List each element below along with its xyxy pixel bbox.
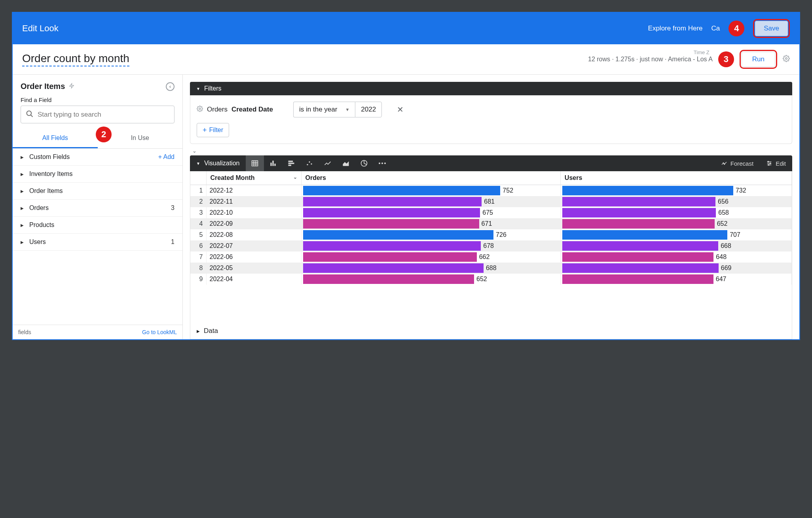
search-input[interactable] xyxy=(38,111,169,119)
bar-value: 658 xyxy=(718,209,729,216)
add-custom-field-link[interactable]: + Add xyxy=(158,153,175,161)
svg-point-0 xyxy=(785,57,787,59)
cell-orders: 675 xyxy=(301,207,560,218)
cell-created-month: 2022-07 xyxy=(206,240,301,251)
go-to-lookml-link[interactable]: Go to LookML xyxy=(142,329,177,335)
col-rownum xyxy=(190,171,206,185)
filter-field-name: Created Date xyxy=(231,106,273,113)
col-orders[interactable]: Orders xyxy=(301,171,560,185)
gear-icon[interactable] xyxy=(783,55,790,64)
query-status-text: Time Z 12 rows · 1.275s · just now · Ame… xyxy=(588,56,713,63)
expand-icon[interactable]: ⌄ xyxy=(192,148,799,154)
svg-point-16 xyxy=(307,164,308,165)
bar-value: 688 xyxy=(486,265,497,272)
fields-footer-label: fields xyxy=(18,329,31,335)
svg-point-2 xyxy=(27,111,32,116)
field-group-label: Custom Fields xyxy=(29,153,158,161)
bar-value: 681 xyxy=(484,198,495,205)
col-users[interactable]: Users xyxy=(560,171,791,185)
table-row: 52022-08726707 xyxy=(190,229,792,240)
field-group-row[interactable]: ▶Orders3 xyxy=(13,200,182,217)
field-group-row[interactable]: ▶Products xyxy=(13,217,182,234)
viz-type-more-icon[interactable] xyxy=(373,155,391,171)
svg-point-29 xyxy=(768,161,769,163)
save-button[interactable]: Save xyxy=(755,21,788,36)
cell-created-month: 2022-09 xyxy=(206,218,301,229)
visualization-toggle[interactable]: ▼ Visualization xyxy=(190,156,246,171)
viz-type-column-icon[interactable] xyxy=(264,155,282,171)
bar-value: 652 xyxy=(476,276,487,283)
svg-marker-1 xyxy=(70,83,74,88)
viz-type-table-icon[interactable] xyxy=(246,155,264,171)
caret-right-icon: ▶ xyxy=(197,329,200,333)
col-created-month[interactable]: Created Month⌄ xyxy=(206,171,301,185)
annotation-badge-2: 2 xyxy=(96,127,112,142)
field-group-label: Inventory Items xyxy=(29,170,175,178)
cell-orders: 652 xyxy=(301,274,560,285)
bar-fill xyxy=(562,186,733,195)
field-group-row[interactable]: ▶Users1 xyxy=(13,234,182,251)
cell-orders: 688 xyxy=(301,263,560,274)
field-group-row[interactable]: ▶Inventory Items xyxy=(13,166,182,183)
timezone-label: Time Z xyxy=(694,49,710,55)
svg-line-3 xyxy=(31,115,33,117)
bar-value: 726 xyxy=(496,231,507,238)
field-group-row[interactable]: ▶Custom Fields+ Add xyxy=(13,149,182,166)
look-title-input[interactable]: Order count by month xyxy=(22,52,129,66)
row-number: 8 xyxy=(190,263,206,274)
svg-point-30 xyxy=(770,163,771,164)
bar-value: 668 xyxy=(721,242,731,250)
field-group-row[interactable]: ▶Order Items xyxy=(13,183,182,200)
viz-type-scatter-icon[interactable] xyxy=(300,155,319,171)
svg-rect-14 xyxy=(288,163,294,164)
table-row: 62022-07678668 xyxy=(190,240,792,251)
explore-from-here-link[interactable]: Explore from Here xyxy=(648,25,703,32)
gear-icon[interactable] xyxy=(197,106,203,114)
remove-filter-icon[interactable]: ✕ xyxy=(397,105,404,114)
bar-fill xyxy=(303,252,477,262)
cell-users: 647 xyxy=(560,274,791,285)
plus-icon: + xyxy=(203,127,207,133)
filter-operator-select[interactable]: is in the year ▼ xyxy=(293,102,355,117)
run-button[interactable]: Run xyxy=(742,52,775,67)
cell-users: 732 xyxy=(560,185,791,197)
cell-orders: 752 xyxy=(301,185,560,197)
viz-type-bar-icon[interactable] xyxy=(282,155,300,171)
cancel-link[interactable]: Ca xyxy=(711,25,720,32)
viz-type-line-icon[interactable] xyxy=(319,155,337,171)
filters-panel-header[interactable]: ▼ Filters xyxy=(190,82,792,95)
row-number: 2 xyxy=(190,196,206,207)
bar-value: 648 xyxy=(716,253,727,261)
bar-fill xyxy=(303,219,479,229)
forecast-button[interactable]: Forecast xyxy=(715,156,760,171)
search-field-box[interactable] xyxy=(21,106,175,123)
caret-right-icon: ▶ xyxy=(21,155,24,159)
svg-marker-19 xyxy=(343,161,349,166)
field-group-label: Order Items xyxy=(29,187,175,195)
field-group-label: Orders xyxy=(29,204,171,212)
data-panel-header[interactable]: ▶ Data xyxy=(190,323,792,339)
cell-orders: 662 xyxy=(301,251,560,263)
caret-right-icon: ▶ xyxy=(21,189,24,193)
top-bar: Edit Look Explore from Here Ca 4 Save xyxy=(13,13,799,44)
svg-point-23 xyxy=(384,163,386,164)
field-count-badge: 3 xyxy=(171,204,175,212)
bar-fill xyxy=(303,230,494,240)
bar-fill xyxy=(303,263,484,273)
svg-point-25 xyxy=(724,164,725,164)
filter-value-input[interactable]: 2022 xyxy=(355,102,382,117)
cell-orders: 678 xyxy=(301,240,560,251)
viz-type-area-icon[interactable] xyxy=(337,155,355,171)
add-filter-button[interactable]: + Filter xyxy=(197,123,229,137)
edit-viz-button[interactable]: Edit xyxy=(760,156,792,171)
cell-created-month: 2022-11 xyxy=(206,196,301,207)
svg-rect-11 xyxy=(273,161,274,166)
visualization-table: Created Month⌄ Orders Users 12022-127527… xyxy=(190,171,792,323)
viz-type-pie-icon[interactable] xyxy=(355,155,373,171)
caret-down-icon: ▼ xyxy=(345,107,349,112)
bar-value: 652 xyxy=(717,220,728,227)
field-list: ▶Custom Fields+ Add▶Inventory Items▶Orde… xyxy=(13,149,182,325)
collapse-sidebar-button[interactable]: ‹ xyxy=(166,82,175,91)
cell-users: 658 xyxy=(560,207,791,218)
tab-all-fields[interactable]: All Fields xyxy=(13,129,98,148)
